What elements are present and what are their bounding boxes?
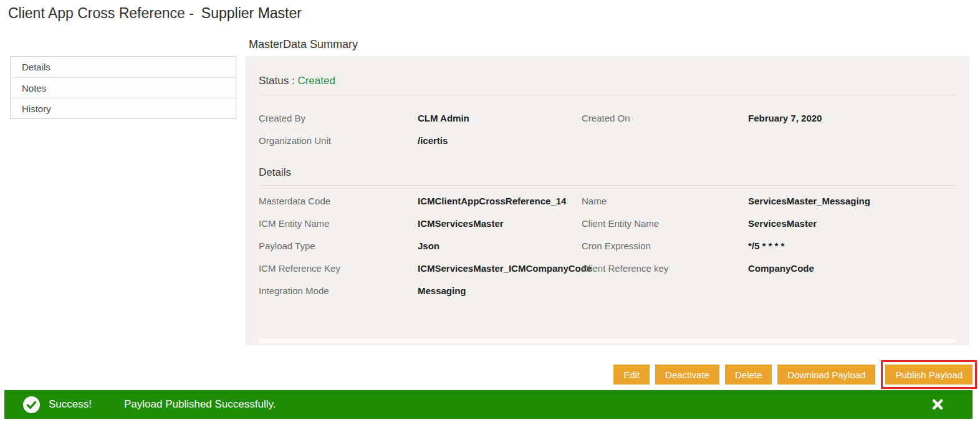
details-row: ICM Reference Key ICMServicesMaster_ICMC… xyxy=(259,257,956,279)
sidebar-item-history[interactable]: History xyxy=(11,98,236,118)
field-label: Created On xyxy=(582,113,748,123)
details-rows: Masterdata Code ICMClientAppCrossReferen… xyxy=(259,189,956,302)
masterdata-summary-heading: MasterData Summary xyxy=(249,38,358,51)
deactivate-button[interactable]: Deactivate xyxy=(655,365,719,385)
details-row: Integration Mode Messaging xyxy=(259,279,956,302)
publish-payload-button[interactable]: Publish Payload xyxy=(885,365,973,385)
close-icon[interactable] xyxy=(931,398,944,411)
success-toast: Success! Payload Published Successfully. xyxy=(4,390,973,419)
download-payload-button[interactable]: Download Payload xyxy=(777,365,875,385)
field-value: CLM Admin xyxy=(418,113,582,123)
field-label: Name xyxy=(582,196,748,206)
details-divider xyxy=(259,185,956,186)
status-badge: Created xyxy=(297,75,335,87)
publish-payload-highlight-box: Publish Payload xyxy=(881,360,977,389)
details-heading: Details xyxy=(259,166,956,179)
summary-row: Organization Unit /icertis xyxy=(259,129,956,151)
field-label: ICM Entity Name xyxy=(259,218,418,229)
field-label: Created By xyxy=(259,113,418,123)
field-value: ICMServicesMaster_ICMCompanyCode xyxy=(418,263,582,274)
page-title-prefix: Client App Cross Reference - xyxy=(8,5,194,21)
field-value: */5 * * * * xyxy=(748,241,956,251)
delete-button[interactable]: Delete xyxy=(725,365,772,385)
field-value: Json xyxy=(418,241,582,251)
field-label: Cron Expression xyxy=(582,241,748,251)
field-label: Integration Mode xyxy=(259,285,418,296)
sidebar: Details Notes History xyxy=(10,56,236,119)
field-value: ICMServicesMaster xyxy=(418,218,582,229)
check-circle-icon xyxy=(23,396,40,413)
sidebar-item-notes[interactable]: Notes xyxy=(11,77,236,98)
field-label: Client Reference key xyxy=(582,263,748,274)
page-title-entity: Supplier Master xyxy=(201,5,302,21)
field-label: Organization Unit xyxy=(259,135,418,146)
details-row: Masterdata Code ICMClientAppCrossReferen… xyxy=(259,189,956,212)
field-label: Masterdata Code xyxy=(259,196,418,206)
field-value: ServicesMaster xyxy=(748,218,956,229)
field-value: CompanyCode xyxy=(748,263,956,274)
field-value: Messaging xyxy=(418,285,582,296)
field-value: /icertis xyxy=(418,135,582,146)
details-row: ICM Entity Name ICMServicesMaster Client… xyxy=(259,212,956,234)
action-button-bar: Edit Deactivate Delete Download Payload … xyxy=(613,360,977,389)
edit-button[interactable]: Edit xyxy=(613,365,650,385)
status-divider xyxy=(259,95,956,95)
toast-title: Success! xyxy=(49,398,92,411)
field-label: ICM Reference Key xyxy=(259,263,418,274)
field-value: ServicesMaster_Messaging xyxy=(748,196,956,206)
toast-message: Payload Published Successfully. xyxy=(124,398,276,411)
masterdata-summary-panel: Status : Created Created By CLM Admin Cr… xyxy=(245,56,969,345)
summary-row: Created By CLM Admin Created On February… xyxy=(259,107,956,129)
field-label: Payload Type xyxy=(259,241,418,251)
status-line: Status : Created xyxy=(259,56,956,87)
details-row: Payload Type Json Cron Expression */5 * … xyxy=(259,234,956,257)
status-label: Status : xyxy=(259,75,295,87)
sidebar-item-details[interactable]: Details xyxy=(11,57,236,77)
field-value: ICMClientAppCrossReference_14 xyxy=(418,196,582,206)
field-value: February 7, 2020 xyxy=(748,113,956,123)
field-label: Client Entity Name xyxy=(582,218,748,229)
summary-rows: Created By CLM Admin Created On February… xyxy=(259,107,956,151)
page-title: Client App Cross Reference -Supplier Mas… xyxy=(8,5,302,22)
horizontal-scrollbar[interactable] xyxy=(259,338,956,343)
